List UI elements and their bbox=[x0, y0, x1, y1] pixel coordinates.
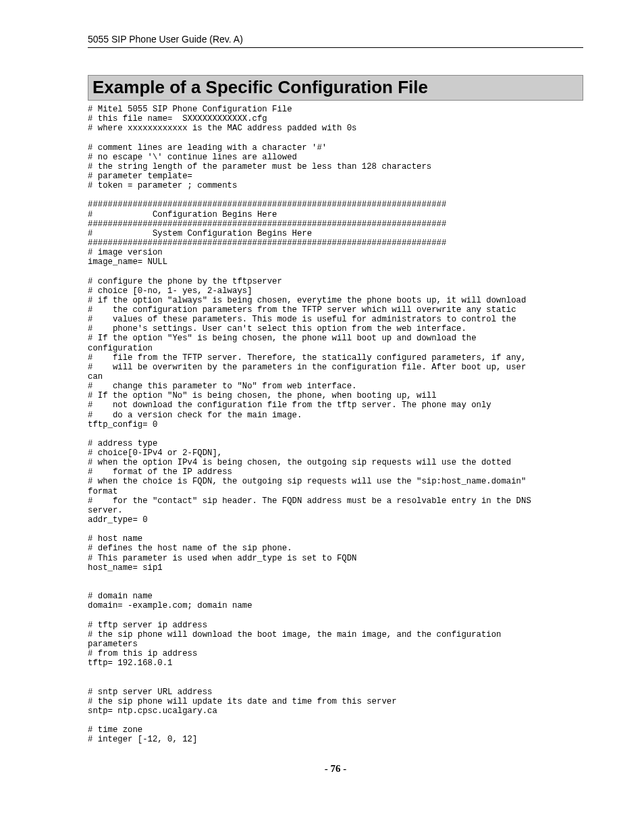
document-page: 5055 SIP Phone User Guide (Rev. A) Examp… bbox=[0, 0, 644, 802]
section-heading: Example of a Specific Configuration File bbox=[88, 75, 583, 101]
page-number: - 76 - bbox=[88, 763, 583, 775]
configuration-code-block: # Mitel 5055 SIP Phone Configuration Fil… bbox=[88, 105, 583, 744]
page-header: 5055 SIP Phone User Guide (Rev. A) bbox=[88, 34, 583, 48]
